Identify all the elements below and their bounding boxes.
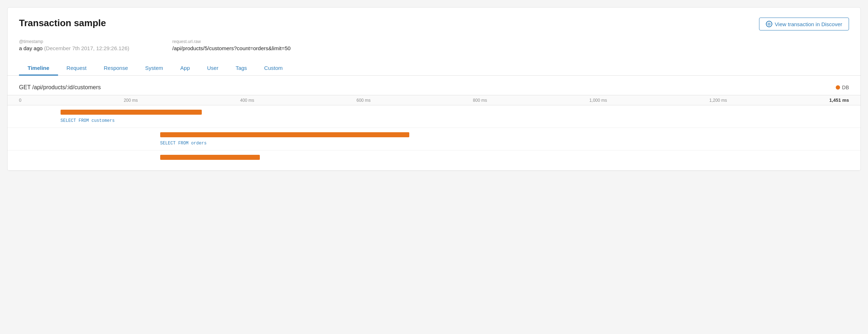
ruler-label-4: 800 ms (473, 98, 487, 103)
timestamp-label: @timestamp (19, 39, 129, 44)
card-header: Transaction sample ⊙ View transaction in… (19, 18, 849, 30)
ruler-label-1: 200 ms (124, 98, 138, 103)
row-label-0: SELECT FROM customers (61, 118, 115, 123)
tab-tags[interactable]: Tags (227, 61, 256, 76)
tab-timeline[interactable]: Timeline (19, 61, 58, 76)
url-value: /api/products/5/customers?count=orders&l… (172, 45, 291, 51)
ruler-label-0: 0 (19, 98, 22, 103)
timeline-rows: SELECT FROM customersSELECT FROM orders (8, 105, 860, 171)
ruler-label-3: 600 ms (357, 98, 371, 103)
ruler-label-6: 1,200 ms (709, 98, 727, 103)
tab-bar: TimelineRequestResponseSystemAppUserTags… (8, 61, 860, 76)
db-label: DB (842, 85, 849, 90)
timeline-row: SELECT FROM customers (8, 105, 860, 128)
view-in-discover-button[interactable]: ⊙ View transaction in Discover (759, 18, 849, 30)
ruler-label-last: 1,451 ms (829, 97, 849, 103)
bar-container-2 (19, 155, 849, 160)
timeline-bar-2 (160, 155, 260, 160)
timeline-ruler: 0200 ms400 ms600 ms800 ms1,000 ms1,200 m… (8, 95, 860, 105)
url-field: request.url.raw /api/products/5/customer… (172, 39, 291, 51)
timestamp-field: @timestamp a day ago (December 7th 2017,… (19, 39, 129, 51)
timeline-header: GET /api/products/:id/customers DB (19, 84, 849, 91)
timeline-grid: SELECT FROM customersSELECT FROM orders (19, 105, 849, 171)
discover-icon: ⊙ (766, 21, 772, 27)
timeline-row (8, 151, 860, 171)
timestamp-value: a day ago (December 7th 2017, 12:29:26.1… (19, 45, 129, 51)
tab-app[interactable]: App (172, 61, 199, 76)
meta-row: @timestamp a day ago (December 7th 2017,… (19, 39, 849, 51)
bar-container-1 (19, 132, 849, 137)
tab-user[interactable]: User (199, 61, 227, 76)
timeline-row: SELECT FROM orders (8, 128, 860, 151)
bar-container-0 (19, 110, 849, 115)
timeline-bar-0 (61, 110, 202, 115)
timeline-section: GET /api/products/:id/customers DB 0200 … (19, 76, 849, 171)
db-badge: DB (836, 85, 849, 90)
transaction-sample-card: Transaction sample ⊙ View transaction in… (7, 7, 861, 171)
tab-request[interactable]: Request (58, 61, 95, 76)
timeline-route: GET /api/products/:id/customers (19, 84, 101, 91)
ruler-label-5: 1,000 ms (589, 98, 607, 103)
row-label-1: SELECT FROM orders (160, 141, 207, 146)
page-title: Transaction sample (19, 18, 106, 29)
db-dot-icon (836, 85, 840, 90)
ruler-label-2: 400 ms (240, 98, 254, 103)
tab-system[interactable]: System (137, 61, 172, 76)
url-label: request.url.raw (172, 39, 291, 44)
timeline-bar-1 (160, 132, 409, 137)
tab-custom[interactable]: Custom (256, 61, 291, 76)
discover-button-label: View transaction in Discover (775, 21, 842, 27)
tab-response[interactable]: Response (95, 61, 137, 76)
